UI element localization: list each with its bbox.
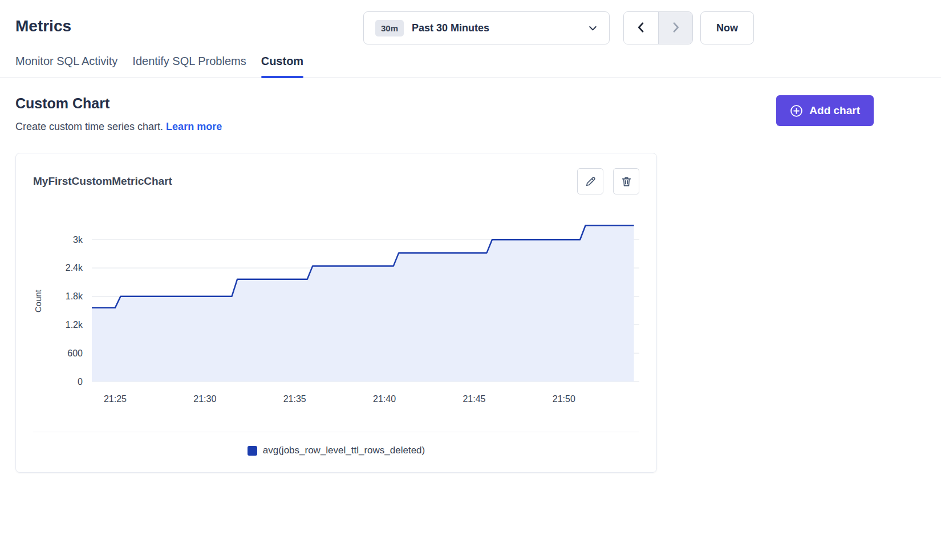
- section-title: Custom Chart: [15, 95, 222, 112]
- card-divider: [33, 432, 639, 432]
- section-subtitle-text: Create custom time series chart.: [15, 121, 163, 132]
- page-header: Metrics 30m Past 30 Minutes Now: [0, 0, 941, 55]
- now-button[interactable]: Now: [700, 11, 754, 44]
- svg-text:21:30: 21:30: [193, 394, 216, 404]
- svg-text:21:35: 21:35: [283, 394, 306, 404]
- delete-chart-button[interactable]: [613, 168, 639, 194]
- tab-custom[interactable]: Custom: [261, 55, 303, 78]
- custom-chart-card: MyFirstCustomMetricChart 06001.2k1.8k2.4…: [15, 153, 657, 473]
- chevron-left-icon: [635, 21, 647, 35]
- svg-text:Count: Count: [33, 289, 43, 313]
- pencil-icon: [585, 176, 597, 188]
- svg-text:1.2k: 1.2k: [66, 320, 83, 330]
- tab-identify-sql-problems[interactable]: Identify SQL Problems: [132, 55, 246, 78]
- custom-chart-section-header: Custom Chart Create custom time series c…: [0, 78, 941, 133]
- legend-swatch: [248, 446, 257, 456]
- svg-text:2.4k: 2.4k: [66, 263, 83, 273]
- add-chart-label: Add chart: [809, 104, 860, 117]
- chevron-right-icon: [670, 21, 682, 35]
- time-next-button[interactable]: [658, 12, 692, 44]
- svg-text:21:40: 21:40: [373, 394, 396, 404]
- time-range-dropdown[interactable]: 30m Past 30 Minutes: [363, 11, 610, 44]
- svg-text:21:50: 21:50: [553, 394, 575, 404]
- svg-text:1.8k: 1.8k: [66, 291, 83, 301]
- page-title: Metrics: [15, 17, 71, 35]
- svg-text:21:25: 21:25: [104, 394, 127, 404]
- chart-legend: avg(jobs_row_level_ttl_rows_deleted): [33, 445, 639, 456]
- legend-label: avg(jobs_row_level_ttl_rows_deleted): [263, 445, 425, 456]
- chart-actions: [577, 168, 639, 194]
- chart-title: MyFirstCustomMetricChart: [33, 175, 172, 188]
- chevron-down-icon: [588, 23, 598, 33]
- trash-icon: [620, 176, 632, 188]
- tab-monitor-sql-activity[interactable]: Monitor SQL Activity: [15, 55, 117, 78]
- metric-chart-svg: 06001.2k1.8k2.4k3k21:2521:3021:3521:4021…: [33, 210, 640, 416]
- plus-circle-icon: [790, 104, 803, 117]
- svg-text:600: 600: [67, 348, 83, 358]
- time-controls: 30m Past 30 Minutes Now: [363, 11, 754, 44]
- svg-text:21:45: 21:45: [463, 394, 485, 404]
- time-prev-button[interactable]: [624, 12, 658, 44]
- svg-text:3k: 3k: [73, 235, 83, 245]
- learn-more-link[interactable]: Learn more: [166, 121, 222, 132]
- time-range-label: Past 30 Minutes: [412, 22, 489, 34]
- add-chart-button[interactable]: Add chart: [776, 95, 874, 126]
- time-range-badge: 30m: [375, 20, 404, 36]
- edit-chart-button[interactable]: [577, 168, 603, 194]
- svg-text:0: 0: [78, 377, 83, 387]
- section-subtitle: Create custom time series chart. Learn m…: [15, 121, 222, 133]
- metrics-tabs: Monitor SQL Activity Identify SQL Proble…: [0, 55, 941, 78]
- time-nav-group: [623, 11, 693, 44]
